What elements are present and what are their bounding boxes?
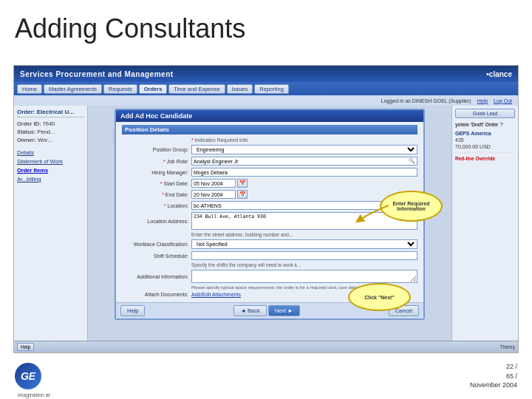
back-button[interactable]: ◄ Back [233, 305, 266, 316]
center-area: CARD Add Ad Hoc Candidate Position Detai… [88, 106, 451, 342]
shift-input[interactable] [191, 251, 417, 260]
nav-reporting[interactable]: Reporting [254, 84, 289, 94]
top-nav: Services Procurement and Management •cla… [14, 66, 518, 82]
start-date-label: * Start Date: [122, 181, 188, 186]
job-role-input: Analyst Engineer Jr 🔍 [191, 157, 417, 166]
ge-logo-circle: GE [15, 363, 41, 389]
brand-label: •clance [486, 70, 512, 78]
callout-arrow-1 [355, 202, 392, 224]
logged-in-text: Logged in as DINESH GOEL (Supplier) [381, 98, 471, 103]
amount-field: 70,000.00 USD [455, 144, 515, 149]
sidebar-link-details[interactable]: Details [17, 149, 84, 156]
nav-issues[interactable]: Issues [227, 84, 253, 94]
nav-home[interactable]: Home [17, 84, 42, 94]
course-num: 65 / [470, 372, 517, 381]
search-icon[interactable]: 🔍 [409, 158, 415, 164]
override-label: Red-line Override [455, 156, 495, 161]
attach-docs-link[interactable]: Add/Edit Attachments [191, 292, 241, 297]
sidebar-links: Details Statement of Work Order Items Ar… [17, 149, 84, 183]
nav-orders[interactable]: Orders [139, 84, 168, 94]
shift-label: Shift Schedule: [122, 253, 188, 259]
help-icon[interactable]: ? [499, 121, 502, 128]
position-group-row: Position Group: Engineering [122, 145, 417, 154]
right-section-title: ystem 'Draft' Order [455, 122, 498, 127]
shift-hint-row: Specify the shifts the company will need… [122, 262, 417, 267]
main-content: Order: Electrical U... Order ID: 7640 St… [14, 106, 518, 342]
nav-requests[interactable]: Requests [103, 84, 137, 94]
end-date-label: * End Date: [122, 192, 188, 197]
end-date-calendar-btn[interactable]: 📅 [237, 190, 248, 199]
start-date-field: 📅 [191, 179, 417, 188]
nav-buttons: ◄ Back Next ► [233, 305, 299, 316]
page-title: Adding Consultants [15, 13, 517, 44]
left-sidebar: Order: Electrical U... Order ID: 7640 St… [14, 106, 88, 342]
date-label: November 2004 [470, 381, 517, 390]
location-address-label: Location Address: [122, 219, 188, 224]
end-date-input[interactable] [191, 190, 236, 199]
second-nav: Home Master Agreements Requests Orders T… [14, 82, 518, 95]
additional-info-row: Additional Information: [122, 270, 417, 283]
order-header: Order: Electrical U... [17, 109, 84, 117]
order-owner-row: Owner: Wor... [17, 137, 84, 143]
page-info: 22 / 65 / November 2004 [470, 362, 517, 390]
right-sidebar: Guide Lead ystem 'Draft' Order ? GEPS Am… [451, 106, 518, 342]
hiring-manager-label: Hiring Manager: [122, 170, 188, 175]
sidebar-link-billing[interactable]: Ar...billing [17, 176, 84, 183]
order-status-row: Status: Pend... [17, 129, 84, 135]
supplier-field: GEPS America [455, 131, 515, 136]
override-area: Red-line Override [455, 156, 515, 161]
address-hint-row: Enter the street address, building numbe… [122, 232, 417, 237]
worklace-select[interactable]: Not Specified [191, 239, 417, 249]
order-id-row: Order ID: 7640 [17, 120, 84, 127]
help-link[interactable]: Help [477, 98, 488, 103]
click-next-callout: Click "Next" [348, 283, 411, 311]
guide-lead-button[interactable]: Guide Lead [455, 109, 515, 118]
worklace-row: Worklace Classification: Not Specified [122, 239, 417, 249]
position-group-label: Position Group: [122, 147, 188, 152]
job-role-label: * Job Role: [122, 159, 188, 164]
ge-tagline: imagination at work [18, 392, 55, 399]
nav-time[interactable]: Time and Expense [168, 84, 225, 94]
shift-hint: Specify the shifts the company will need… [191, 262, 417, 267]
position-group-select[interactable]: Engineering [191, 145, 417, 154]
divider [455, 152, 515, 153]
logout-link[interactable]: Log Out [494, 98, 512, 103]
next-button[interactable]: Next ► [268, 305, 300, 316]
address-hint: Enter the street address, building numbe… [191, 232, 417, 237]
ge-logo: GE imagination at work [15, 363, 55, 389]
start-date-row: * Start Date: 📅 [122, 179, 417, 188]
hiring-manager-row: Hiring Manager: Moges Debara [122, 168, 417, 177]
additional-info-input[interactable] [191, 270, 417, 283]
required-hint-row: * Indicates Required Info [122, 137, 417, 143]
title-area: Adding Consultants [0, 0, 532, 52]
status-bar: Logged in as DINESH GOEL (Supplier) Help… [14, 95, 518, 106]
app-help-button[interactable]: Help [17, 343, 34, 351]
nav-master[interactable]: Master Agreements [44, 84, 102, 94]
modal-title-bar: Add Ad Hoc Candidate [116, 110, 423, 122]
app-footer-status: Theory [500, 344, 515, 349]
start-date-calendar-btn[interactable]: 📅 [237, 179, 248, 188]
page-num: 22 / [470, 362, 517, 372]
shift-row: Shift Schedule: [122, 251, 417, 260]
screenshot-area: Services Procurement and Management •cla… [13, 65, 519, 353]
supplier-id-field: 435 [455, 137, 515, 143]
help-button[interactable]: Help [120, 305, 145, 316]
hiring-manager-input[interactable]: Moges Debara [191, 168, 417, 177]
section-header: Position Details [122, 125, 417, 134]
worklace-label: Worklace Classification: [122, 242, 188, 247]
app-title: Services Procurement and Management [20, 70, 174, 78]
job-role-row: * Job Role: Analyst Engineer Jr 🔍 [122, 157, 417, 166]
app-footer: Help Theory [14, 341, 518, 352]
required-hint: * Indicates Required Info [191, 137, 248, 143]
additional-info-label: Additional Information: [122, 274, 188, 279]
end-date-row: * End Date: 📅 [122, 190, 417, 199]
ge-footer: GE imagination at work 22 / 65 / Novembe… [0, 353, 532, 399]
modal-title: Add Ad Hoc Candidate [120, 112, 192, 120]
sidebar-link-order-items[interactable]: Order Items [17, 167, 84, 174]
attach-docs-label: Attach Documents: [122, 292, 188, 297]
start-date-input[interactable] [191, 179, 236, 188]
location-label: * Location: [122, 203, 188, 208]
sidebar-link-sow[interactable]: Statement of Work [17, 158, 84, 165]
